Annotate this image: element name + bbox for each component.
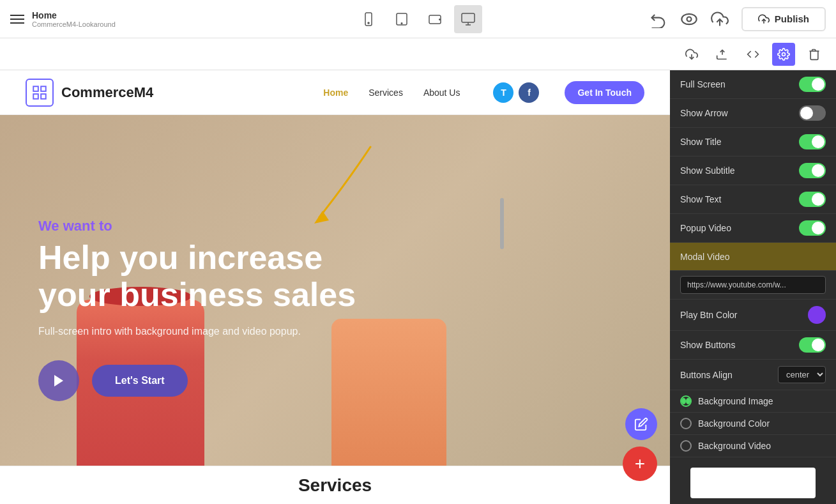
- bg-color-row: Background Color: [670, 413, 836, 435]
- svg-rect-14: [33, 86, 38, 91]
- buttons-align-select[interactable]: left center right: [778, 366, 826, 383]
- top-bar: Home CommerceM4-Lookaround: [0, 0, 836, 38]
- facebook-icon[interactable]: f: [519, 82, 539, 103]
- svg-point-13: [782, 52, 786, 56]
- full-screen-toggle[interactable]: [799, 77, 826, 92]
- services-section-bar: Services: [0, 466, 670, 504]
- show-subtitle-row: Show Subtitle: [670, 157, 836, 185]
- twitter-icon[interactable]: T: [493, 82, 513, 103]
- hamburger-menu-icon[interactable]: [10, 15, 24, 24]
- svg-rect-16: [33, 94, 38, 99]
- popup-video-row: Popup Video: [670, 214, 836, 243]
- preview-icon[interactable]: [680, 10, 698, 28]
- buttons-align-row: Buttons Align left center right: [670, 360, 836, 390]
- svg-point-1: [368, 22, 369, 24]
- play-btn-color-swatch[interactable]: [808, 306, 826, 324]
- top-bar-left: Home CommerceM4-Lookaround: [10, 10, 116, 28]
- add-icon: +: [635, 454, 645, 474]
- svg-point-3: [401, 22, 402, 24]
- settings-panel: Full Screen Show Arrow Show Title Show S…: [670, 70, 836, 504]
- hero-section: We want to Help you increase your busine…: [0, 115, 670, 504]
- publish-button[interactable]: Publish: [741, 7, 826, 31]
- settings-button[interactable]: [772, 43, 795, 66]
- bg-color-label: Background Color: [698, 418, 770, 429]
- device-switcher: [354, 5, 482, 33]
- svg-rect-15: [41, 86, 46, 91]
- bg-video-radio[interactable]: [680, 440, 692, 452]
- bg-image-radio[interactable]: [680, 395, 692, 407]
- svg-rect-6: [462, 13, 475, 22]
- svg-point-5: [439, 19, 440, 20]
- show-text-label: Show Text: [680, 194, 721, 204]
- mobile-view-button[interactable]: [354, 5, 383, 33]
- hero-subtitle: Full-screen intro with background image …: [38, 326, 396, 337]
- svg-rect-17: [41, 94, 46, 99]
- modal-video-row: Modal Video: [670, 243, 836, 271]
- site-nav: Home Services About Us T f Get In Touch: [323, 81, 644, 104]
- export-button[interactable]: [711, 43, 734, 66]
- scroll-indicator[interactable]: [500, 198, 504, 249]
- bg-image-label: Background Image: [698, 396, 773, 406]
- preview-area: CommerceM4 Home Services About Us T f Ge…: [0, 70, 670, 504]
- tablet-landscape-view-button[interactable]: [421, 5, 449, 33]
- delete-button[interactable]: [803, 43, 826, 66]
- site-logo: CommerceM4: [26, 79, 153, 107]
- buttons-align-label: Buttons Align: [680, 370, 733, 380]
- arrow-annotation: [268, 134, 396, 239]
- publish-label: Publish: [775, 13, 809, 24]
- bg-image-row: Background Image: [670, 390, 836, 413]
- undo-icon[interactable]: [650, 10, 667, 28]
- page-subtitle: CommerceM4-Lookaround: [32, 20, 116, 28]
- nav-home[interactable]: Home: [323, 88, 348, 98]
- nav-services[interactable]: Services: [369, 88, 403, 98]
- logo-icon: [26, 79, 54, 107]
- modal-video-label: Modal Video: [680, 252, 730, 262]
- code-button[interactable]: [741, 43, 764, 66]
- show-buttons-toggle[interactable]: [799, 337, 826, 353]
- desktop-view-button[interactable]: [454, 5, 482, 33]
- site-header: CommerceM4 Home Services About Us T f Ge…: [0, 70, 670, 115]
- services-heading: Services: [298, 475, 372, 496]
- show-arrow-label: Show Arrow: [680, 108, 728, 118]
- bg-video-row: Background Video: [670, 435, 836, 457]
- get-in-touch-button[interactable]: Get In Touch: [565, 81, 644, 104]
- hero-content: We want to Help you increase your busine…: [0, 218, 434, 401]
- bg-color-radio[interactable]: [680, 418, 692, 429]
- show-text-row: Show Text: [670, 185, 836, 214]
- svg-point-7: [681, 13, 696, 24]
- social-icons: T f: [493, 82, 539, 103]
- show-subtitle-toggle[interactable]: [799, 163, 826, 178]
- svg-marker-18: [54, 375, 63, 386]
- show-text-toggle[interactable]: [799, 192, 826, 207]
- show-title-toggle[interactable]: [799, 134, 826, 149]
- play-btn-color-label: Play Btn Color: [680, 310, 737, 320]
- hero-title: Help you increase your business sales: [38, 240, 396, 312]
- background-color-swatch[interactable]: [690, 468, 816, 498]
- show-buttons-label: Show Buttons: [680, 340, 735, 350]
- modal-video-url-input[interactable]: [680, 276, 826, 294]
- add-fab-button[interactable]: +: [623, 447, 657, 481]
- show-title-row: Show Title: [670, 128, 836, 157]
- breadcrumb: Home CommerceM4-Lookaround: [32, 10, 116, 28]
- show-subtitle-label: Show Subtitle: [680, 165, 735, 176]
- main-area: CommerceM4 Home Services About Us T f Ge…: [0, 70, 836, 504]
- bg-video-label: Background Video: [698, 441, 771, 451]
- full-screen-row: Full Screen: [670, 70, 836, 99]
- show-arrow-row: Show Arrow: [670, 99, 836, 128]
- svg-point-8: [687, 17, 691, 21]
- lets-start-button[interactable]: Let's Start: [92, 365, 188, 397]
- show-arrow-toggle[interactable]: [799, 105, 826, 121]
- svg-marker-19: [314, 211, 329, 224]
- top-bar-right: Publish: [650, 7, 826, 31]
- popup-video-label: Popup Video: [680, 223, 731, 233]
- edit-fab-button[interactable]: [625, 408, 657, 440]
- nav-about[interactable]: About Us: [423, 88, 460, 98]
- download-button[interactable]: [680, 43, 703, 66]
- hero-buttons: Let's Start: [38, 360, 396, 401]
- color-swatch-container: [670, 457, 836, 504]
- cloud-upload-icon[interactable]: [711, 10, 729, 28]
- play-video-button[interactable]: [38, 360, 79, 401]
- tablet-view-button[interactable]: [388, 5, 416, 33]
- modal-video-url-row: [670, 271, 836, 300]
- popup-video-toggle[interactable]: [799, 220, 826, 236]
